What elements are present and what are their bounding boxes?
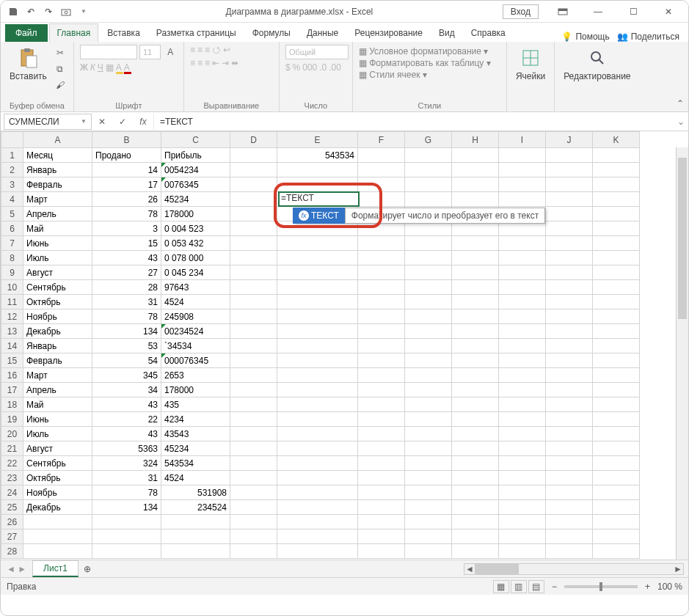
cell[interactable] — [452, 441, 499, 456]
cell[interactable] — [358, 412, 405, 427]
close-button[interactable]: ✕ — [652, 1, 685, 23]
align-right-icon[interactable]: ≡ — [205, 58, 210, 68]
percent-icon[interactable]: % — [293, 62, 301, 73]
cell[interactable] — [358, 280, 405, 295]
cell[interactable]: Месяц — [23, 148, 92, 163]
row-header[interactable]: 8 — [1, 251, 23, 265]
cell[interactable] — [277, 236, 358, 251]
cell[interactable] — [358, 441, 405, 456]
cell[interactable] — [546, 192, 593, 207]
cell[interactable] — [546, 177, 593, 192]
cell[interactable] — [405, 309, 452, 324]
cell[interactable] — [452, 353, 499, 368]
cell[interactable] — [405, 177, 452, 192]
tell-me[interactable]: 💡 Помощь — [561, 32, 609, 42]
cell[interactable]: 43543 — [161, 427, 230, 441]
cell[interactable] — [452, 192, 499, 207]
cell[interactable] — [499, 456, 546, 471]
cell[interactable] — [358, 177, 405, 192]
cell[interactable]: 000076345 — [161, 353, 230, 368]
page-layout-icon[interactable]: ▥ — [511, 580, 527, 593]
cell[interactable] — [230, 324, 277, 339]
cell[interactable] — [405, 251, 452, 265]
row-header[interactable]: 20 — [1, 427, 23, 441]
cell[interactable] — [499, 280, 546, 295]
cell[interactable] — [499, 251, 546, 265]
fill-color-icon[interactable]: A — [116, 62, 122, 73]
col-header-J[interactable]: J — [546, 132, 593, 148]
border-icon[interactable]: ▦ — [106, 62, 114, 73]
row-header[interactable]: 14 — [1, 339, 23, 353]
cell[interactable] — [230, 427, 277, 441]
page-break-icon[interactable]: ▤ — [528, 580, 544, 593]
cell[interactable] — [23, 544, 92, 559]
cell[interactable] — [593, 383, 640, 397]
number-format[interactable]: Общий — [285, 45, 349, 59]
cell[interactable] — [452, 339, 499, 353]
cell[interactable] — [358, 295, 405, 309]
cell[interactable]: 28 — [92, 280, 161, 295]
cell[interactable] — [499, 471, 546, 485]
cell[interactable] — [277, 500, 358, 515]
cell[interactable] — [593, 529, 640, 544]
row-header[interactable]: 23 — [1, 471, 23, 485]
cell[interactable] — [452, 368, 499, 383]
cell[interactable]: Март — [23, 368, 92, 383]
cell[interactable] — [277, 383, 358, 397]
cell[interactable]: 27 — [92, 265, 161, 280]
cell[interactable]: 5363 — [92, 441, 161, 456]
col-header-E[interactable]: E — [277, 132, 358, 148]
qat-dropdown-icon[interactable]: ▼ — [77, 5, 90, 18]
cell[interactable]: 0 053 432 — [161, 236, 230, 251]
cell[interactable] — [452, 515, 499, 529]
format-painter-icon[interactable]: 🖌 — [53, 78, 68, 92]
paste-button[interactable]: Вставить — [7, 45, 50, 83]
cell[interactable]: Март — [23, 192, 92, 207]
align-mid-icon[interactable]: ≡ — [197, 45, 203, 55]
scroll-thumb[interactable] — [475, 564, 519, 574]
cell[interactable] — [452, 456, 499, 471]
cell[interactable] — [499, 529, 546, 544]
cell[interactable] — [358, 353, 405, 368]
cell[interactable] — [546, 500, 593, 515]
cell[interactable] — [230, 251, 277, 265]
cell[interactable]: Август — [23, 265, 92, 280]
cell[interactable] — [277, 544, 358, 559]
cell[interactable] — [161, 515, 230, 529]
redo-icon[interactable]: ↷ — [42, 5, 55, 18]
row-header[interactable]: 13 — [1, 324, 23, 339]
cell[interactable] — [405, 456, 452, 471]
cell[interactable] — [593, 265, 640, 280]
cell[interactable] — [499, 515, 546, 529]
cell[interactable] — [405, 236, 452, 251]
inc-dec-icon[interactable]: .0 — [319, 62, 327, 73]
cell[interactable] — [593, 324, 640, 339]
cell[interactable] — [230, 544, 277, 559]
cell[interactable]: 178000 — [161, 207, 230, 221]
cell[interactable]: 134 — [92, 324, 161, 339]
ribbon-options-icon[interactable] — [546, 1, 580, 23]
cell[interactable] — [358, 529, 405, 544]
row-header[interactable]: 19 — [1, 412, 23, 427]
cell[interactable]: 31 — [92, 471, 161, 485]
cell[interactable]: 0054234 — [161, 163, 230, 177]
row-header[interactable]: 22 — [1, 456, 23, 471]
cell[interactable] — [452, 324, 499, 339]
cell[interactable] — [405, 280, 452, 295]
row-header[interactable]: 4 — [1, 192, 23, 207]
cell[interactable]: 435 — [161, 397, 230, 412]
cell[interactable]: Январь — [23, 339, 92, 353]
comma-icon[interactable]: 000 — [302, 62, 317, 73]
row-header[interactable]: 3 — [1, 177, 23, 192]
cell[interactable]: Июнь — [23, 236, 92, 251]
cell[interactable]: 0 078 000 — [161, 251, 230, 265]
sheet-nav[interactable]: ◄ ► — [1, 564, 32, 574]
cancel-formula-icon[interactable]: ✕ — [92, 112, 112, 131]
cell[interactable] — [593, 192, 640, 207]
align-left-icon[interactable]: ≡ — [190, 58, 195, 68]
cell[interactable] — [593, 148, 640, 163]
cell[interactable] — [405, 397, 452, 412]
cell[interactable] — [230, 221, 277, 236]
row-header[interactable]: 27 — [1, 529, 23, 544]
cell[interactable] — [499, 324, 546, 339]
